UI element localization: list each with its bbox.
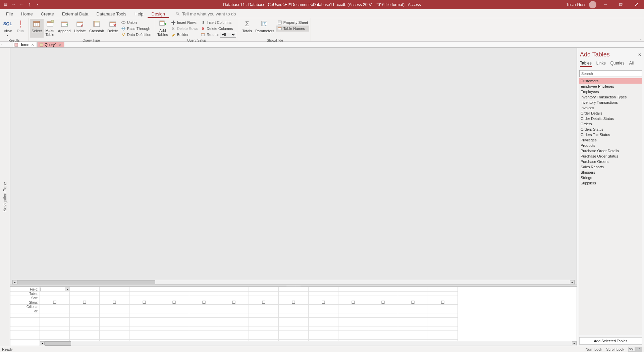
scroll-left-icon[interactable]: ◂ xyxy=(40,341,45,345)
grid-cell[interactable] xyxy=(129,309,159,313)
grid-cell[interactable] xyxy=(129,292,159,296)
grid-cell[interactable] xyxy=(398,296,428,300)
grid-cell[interactable] xyxy=(219,305,249,309)
tell-me-search[interactable]: Tell me what you want to do xyxy=(176,11,236,18)
grid-cell[interactable] xyxy=(338,309,368,313)
grid-cell[interactable] xyxy=(309,287,338,292)
checkbox[interactable] xyxy=(53,301,56,304)
grid-cell[interactable] xyxy=(189,309,219,313)
pass-through-button[interactable]: Pass-Through xyxy=(120,26,153,32)
grid-cell[interactable] xyxy=(159,313,189,318)
grid-cell[interactable] xyxy=(249,300,278,305)
grid-cell[interactable] xyxy=(279,287,308,292)
grid-cell[interactable] xyxy=(129,296,159,300)
grid-cell[interactable] xyxy=(70,313,99,318)
grid-cell[interactable] xyxy=(338,287,368,292)
grid-cell[interactable] xyxy=(279,305,308,309)
grid-cell[interactable] xyxy=(398,300,428,305)
grid-cell[interactable] xyxy=(219,292,249,296)
grid-cell[interactable] xyxy=(279,326,308,331)
list-item[interactable]: Order Details Status xyxy=(579,116,642,121)
checkbox[interactable] xyxy=(232,301,235,304)
grid-cell[interactable] xyxy=(219,309,249,313)
grid-cell[interactable] xyxy=(428,309,458,313)
grid-cell[interactable] xyxy=(338,331,368,335)
delete-columns-button[interactable]: ✖ Delete Columns xyxy=(199,26,237,32)
grid-cell[interactable] xyxy=(279,331,308,335)
add-tables-tab-all[interactable]: All xyxy=(629,61,634,67)
tab-database-tools[interactable]: Database Tools xyxy=(92,10,130,18)
grid-cell[interactable] xyxy=(249,292,278,296)
grid-cell[interactable] xyxy=(100,335,129,340)
grid-column[interactable] xyxy=(309,287,338,346)
list-item[interactable]: Inventory Transaction Types xyxy=(579,94,642,100)
grid-cell[interactable] xyxy=(219,318,249,322)
checkbox[interactable] xyxy=(292,301,295,304)
grid-cell[interactable] xyxy=(40,305,69,309)
grid-cell[interactable] xyxy=(70,331,99,335)
grid-cell[interactable] xyxy=(398,331,428,335)
list-item[interactable]: Employees xyxy=(579,89,642,94)
grid-cell[interactable] xyxy=(40,296,69,300)
grid-cell[interactable] xyxy=(159,309,189,313)
horizontal-scrollbar-grid[interactable]: ◂ ▸ xyxy=(40,341,577,346)
save-icon[interactable] xyxy=(3,2,8,7)
list-item[interactable]: Shippers xyxy=(579,170,642,175)
grid-cell[interactable] xyxy=(309,318,338,322)
parameters-button[interactable]: [?] Parameters xyxy=(254,19,276,38)
delete-rows-button[interactable]: ✖ Delete Rows xyxy=(170,26,199,32)
grid-cell[interactable] xyxy=(100,292,129,296)
grid-cell[interactable] xyxy=(40,318,69,322)
grid-cell[interactable]: ▾ xyxy=(40,287,69,292)
grid-cell[interactable] xyxy=(40,326,69,331)
list-item[interactable]: Suppliers xyxy=(579,180,642,186)
return-select[interactable]: All xyxy=(220,32,236,38)
tab-help[interactable]: Help xyxy=(130,10,148,18)
grid-cell[interactable] xyxy=(338,292,368,296)
grid-cell[interactable] xyxy=(40,331,69,335)
union-button[interactable]: Union xyxy=(120,19,153,26)
builder-button[interactable]: Builder xyxy=(170,32,199,38)
checkbox[interactable] xyxy=(143,301,146,304)
grid-cell[interactable] xyxy=(368,322,398,326)
grid-cell[interactable] xyxy=(338,318,368,322)
design-view-button[interactable] xyxy=(635,347,642,352)
grid-cell[interactable] xyxy=(70,309,99,313)
grid-column[interactable] xyxy=(368,287,398,346)
grid-cell[interactable] xyxy=(100,326,129,331)
grid-column[interactable] xyxy=(159,287,189,346)
grid-cell[interactable] xyxy=(129,305,159,309)
list-item[interactable]: Purchase Order Status xyxy=(579,153,642,159)
grid-cell[interactable] xyxy=(279,322,308,326)
grid-cell[interactable] xyxy=(159,305,189,309)
grid-cell[interactable] xyxy=(249,313,278,318)
grid-cell[interactable] xyxy=(368,296,398,300)
grid-cell[interactable] xyxy=(309,296,338,300)
grid-cell[interactable] xyxy=(249,287,278,292)
grid-column[interactable] xyxy=(279,287,309,346)
checkbox[interactable] xyxy=(382,301,385,304)
grid-cell[interactable] xyxy=(309,326,338,331)
grid-cell[interactable] xyxy=(279,309,308,313)
grid-cell[interactable] xyxy=(398,335,428,340)
grid-cell[interactable] xyxy=(428,287,458,292)
grid-cell[interactable] xyxy=(398,309,428,313)
grid-cell[interactable] xyxy=(129,335,159,340)
design-surface[interactable]: ◂ ▸ xyxy=(10,48,577,285)
insert-columns-button[interactable]: ⬇ Insert Columns xyxy=(199,19,237,26)
grid-cell[interactable] xyxy=(249,305,278,309)
grid-cell[interactable] xyxy=(428,331,458,335)
scroll-track[interactable] xyxy=(45,341,572,346)
close-tab-icon[interactable]: ✕ xyxy=(31,43,35,47)
select-button[interactable]: Select xyxy=(30,19,44,38)
list-item[interactable]: Invoices xyxy=(579,105,642,111)
data-definition-button[interactable]: Data Definition xyxy=(120,32,153,38)
add-tables-tab-tables[interactable]: Tables xyxy=(580,61,592,67)
grid-cell[interactable] xyxy=(309,322,338,326)
grid-cell[interactable] xyxy=(309,309,338,313)
scroll-left-icon[interactable]: ◂ xyxy=(12,280,17,284)
grid-cell[interactable] xyxy=(70,322,99,326)
grid-cell[interactable] xyxy=(129,313,159,318)
scroll-right-icon[interactable]: ▸ xyxy=(572,341,577,345)
list-item[interactable]: Employee Privileges xyxy=(579,84,642,89)
